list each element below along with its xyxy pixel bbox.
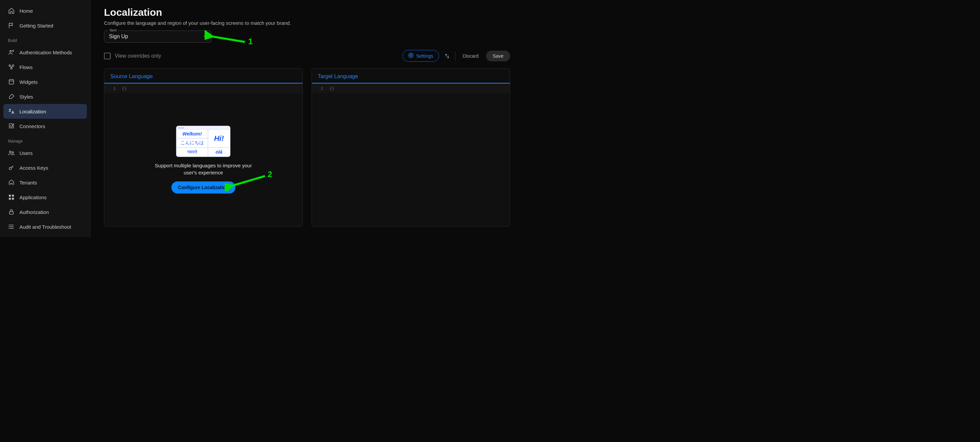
sidebar-item-label: Localization [19, 109, 46, 114]
section-label-manage: Manage [3, 134, 87, 146]
svg-rect-9 [9, 195, 11, 197]
svg-point-8 [9, 167, 11, 170]
building-icon [8, 179, 15, 186]
source-line: {} [119, 84, 130, 93]
sidebar-item-label: Audit and Troubleshoot [19, 224, 71, 230]
person-key-icon [8, 49, 15, 56]
overrides-label: View overrides only [115, 53, 161, 59]
lock-icon [8, 208, 15, 215]
sidebar-item-label: Applications [19, 194, 47, 200]
sidebar-item-tenants[interactable]: Tenants [3, 175, 87, 190]
target-gutter: 1 [312, 84, 327, 93]
page-subtitle: Configure the language and region of you… [104, 20, 510, 26]
list-icon [8, 223, 15, 230]
widget-icon [8, 78, 15, 85]
svg-rect-12 [12, 198, 14, 200]
sidebar-item-applications[interactable]: Applications [3, 190, 87, 205]
svg-point-17 [410, 55, 412, 56]
empty-state: Welkom! Hi! こんにちは नमस्ते olá Support mul… [104, 93, 302, 226]
sidebar-item-getting-started[interactable]: Getting Started [3, 18, 87, 33]
sidebar-item-styles[interactable]: Styles [3, 89, 87, 104]
svg-rect-5 [9, 79, 13, 84]
sidebar-item-label: Flows [19, 64, 33, 70]
annotation-arrow-1: 1 [205, 30, 248, 47]
settings-button[interactable]: Settings [402, 50, 439, 62]
svg-point-7 [12, 152, 13, 153]
sidebar-item-label: Authentication Methods [19, 49, 72, 55]
svg-rect-2 [9, 65, 11, 66]
item-select[interactable]: Item Sign Up [104, 30, 211, 43]
svg-point-14 [8, 225, 9, 225]
translate-icon [8, 108, 15, 115]
sidebar-item-authentication-methods[interactable]: Authentication Methods [3, 45, 87, 60]
tab-target-language[interactable]: Target Language [312, 69, 510, 84]
swap-icon[interactable] [444, 52, 450, 59]
sidebar-item-label: Connectors [19, 123, 45, 129]
brush-icon [8, 93, 15, 100]
source-editor-body[interactable]: Welkom! Hi! こんにちは नमस्ते olá Support mul… [104, 93, 302, 226]
gear-icon [408, 52, 414, 59]
item-select-value: Sign Up [109, 33, 128, 39]
target-panel: Target Language 1 {} [312, 68, 511, 227]
sidebar-item-home[interactable]: Home [3, 3, 87, 18]
sidebar-item-connectors[interactable]: Connectors [3, 119, 87, 134]
editor-panels: Source Language 1 {} Welkom! Hi! こんにちは [104, 68, 510, 227]
sidebar-item-localization[interactable]: Localization [3, 104, 87, 119]
svg-point-0 [10, 50, 11, 52]
svg-point-16 [8, 228, 9, 229]
sidebar-item-label: Users [19, 150, 33, 156]
sidebar-item-label: Getting Started [19, 23, 53, 29]
page-title: Localization [104, 7, 510, 18]
discard-button[interactable]: Discard [460, 51, 481, 61]
sidebar-item-label: Tenants [19, 180, 37, 186]
target-editor-body[interactable] [312, 93, 510, 226]
main-content: Localization Configure the language and … [91, 0, 523, 237]
apps-icon [8, 194, 15, 200]
item-select-label: Item [108, 28, 118, 32]
svg-rect-3 [13, 65, 14, 66]
sidebar-item-users[interactable]: Users [3, 146, 87, 160]
users-icon [8, 149, 15, 156]
home-icon [8, 7, 15, 14]
sidebar-item-access-keys[interactable]: Access Keys [3, 160, 87, 175]
source-panel: Source Language 1 {} Welkom! Hi! こんにちは [104, 68, 303, 227]
sidebar: HomeGetting Started Build Authentication… [0, 0, 91, 237]
sidebar-item-label: Styles [19, 94, 33, 100]
tab-source-language[interactable]: Source Language [104, 69, 302, 84]
section-label-build: Build [3, 33, 87, 45]
sidebar-item-label: Access Keys [19, 165, 48, 171]
svg-rect-11 [9, 198, 11, 200]
sidebar-item-label: Widgets [19, 79, 38, 85]
sidebar-item-label: Authorization [19, 209, 49, 215]
svg-line-18 [211, 36, 245, 42]
svg-point-1 [13, 50, 13, 51]
sidebar-item-widgets[interactable]: Widgets [3, 75, 87, 89]
sidebar-item-audit-and-troubleshoot[interactable]: Audit and Troubleshoot [3, 219, 87, 234]
sidebar-item-label: Home [19, 8, 33, 14]
svg-line-19 [231, 176, 265, 186]
puzzle-icon [8, 123, 15, 129]
toolbar: View overrides only Settings Discard Sav… [104, 50, 510, 62]
flows-icon [8, 64, 15, 70]
settings-label: Settings [416, 53, 433, 59]
target-line: {} [327, 84, 337, 93]
save-button[interactable]: Save [486, 51, 510, 61]
sidebar-item-flows[interactable]: Flows [3, 60, 87, 75]
annotation-arrow-2: 2 [225, 171, 268, 191]
sidebar-item-authorization[interactable]: Authorization [3, 205, 87, 219]
localization-illustration: Welkom! Hi! こんにちは नमस्ते olá [177, 126, 230, 157]
flag-icon [8, 22, 15, 29]
toolbar-divider [455, 52, 455, 60]
svg-rect-13 [10, 211, 13, 214]
svg-rect-4 [11, 68, 13, 69]
overrides-checkbox[interactable] [104, 52, 111, 59]
key-icon [8, 164, 15, 171]
source-gutter: 1 [104, 84, 119, 93]
svg-rect-10 [12, 195, 14, 197]
svg-point-6 [10, 151, 11, 153]
svg-point-15 [8, 226, 9, 227]
